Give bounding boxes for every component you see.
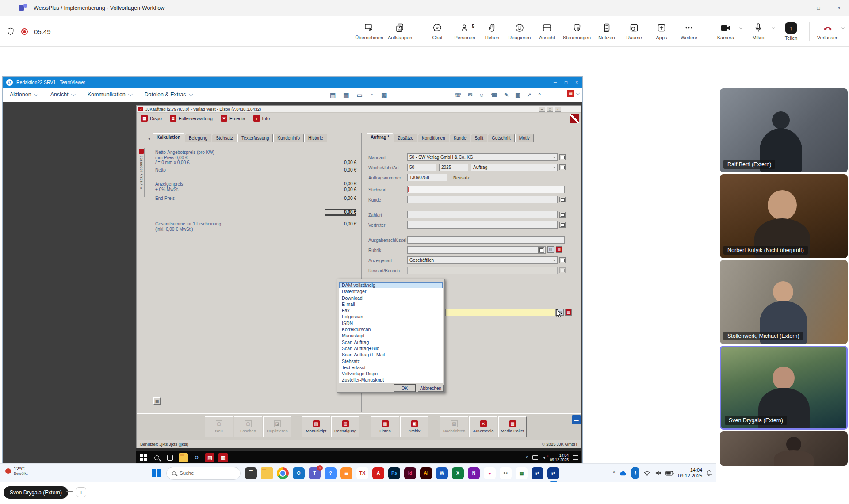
anzeigenart-field[interactable]: Geschäftlich× <box>407 256 558 264</box>
zoom-out-button[interactable] <box>66 491 73 492</box>
scale-icon[interactable]: ↗ <box>527 92 532 98</box>
start-icon[interactable] <box>139 453 148 462</box>
file-explorer-icon[interactable] <box>261 467 273 479</box>
chat-icon[interactable]: ✉ <box>468 92 472 98</box>
word-icon[interactable]: W <box>436 467 448 479</box>
action-listen[interactable]: ▦Listen <box>371 416 399 437</box>
paint-icon[interactable]: ◒ <box>484 467 496 479</box>
search-input[interactable]: Suche <box>166 467 241 480</box>
dropdown-option[interactable]: Korrekturscan <box>339 326 443 332</box>
menu-kommunikation[interactable]: Kommunikation <box>88 92 131 98</box>
art-clear-icon[interactable]: × <box>553 165 555 170</box>
participant-tile[interactable]: Norbert Kutyik (Nicht überprüft) <box>720 174 848 258</box>
participant-tile[interactable]: Ralf Berti (Extern) <box>720 88 848 172</box>
ansicht-button[interactable]: Ansicht <box>534 17 560 46</box>
task-view-icon[interactable] <box>165 453 175 462</box>
connection-quality-icon[interactable]: ◔ <box>370 92 374 99</box>
menu-aktionen[interactable]: Aktionen <box>10 92 37 98</box>
menu-ansicht[interactable]: Ansicht <box>50 92 74 98</box>
participant-tile-active-speaker[interactable]: Sven Drygala (Extern) <box>720 346 848 430</box>
tab-emedia[interactable]: ✕Emedia <box>221 115 245 122</box>
tab-auftrag[interactable]: Auftrag * <box>367 133 393 142</box>
excel-icon[interactable]: X <box>452 467 464 479</box>
tab-konditionen[interactable]: Konditionen <box>418 134 449 142</box>
remote-display-icon[interactable] <box>532 455 538 460</box>
kunde-picker-icon[interactable] <box>559 197 566 202</box>
rubrik-media-button[interactable]: ▦ <box>556 246 562 253</box>
tab-motiv[interactable]: Motiv <box>515 134 534 142</box>
vertreter-picker-icon[interactable] <box>559 222 566 228</box>
cancel-button[interactable]: Abbrechen <box>418 385 444 392</box>
teams-icon[interactable]: T1 <box>309 467 321 479</box>
app-titlebar[interactable]: J JJKauftrag (2.7978.3.0) - Verlag West … <box>137 106 581 113</box>
minimize-button[interactable]: — <box>788 0 808 16</box>
reagieren-button[interactable]: Reagieren <box>506 17 533 46</box>
dropdown-option[interactable]: Scan-Auftrag <box>339 339 443 345</box>
remote-muted-speaker-icon[interactable]: ◄× <box>542 455 546 460</box>
art-picker-icon[interactable] <box>559 164 566 170</box>
mandant-clear-icon[interactable]: × <box>553 155 555 160</box>
action-archiv[interactable]: ▣Archiv <box>400 416 428 437</box>
woche-field[interactable]: 50 <box>407 164 436 171</box>
kunde-field[interactable] <box>407 196 558 203</box>
call-icon[interactable]: ☎ <box>491 92 497 98</box>
tv-maximize-button[interactable]: □ <box>565 80 567 85</box>
dropdown-option[interactable]: Download <box>339 295 443 301</box>
close-button[interactable]: × <box>829 0 849 16</box>
chrome-icon[interactable] <box>277 467 289 479</box>
mandant-field[interactable]: 50 - SW Verlag GmbH & Co. KG× <box>407 153 558 161</box>
dropdown-option[interactable]: Scan-Auftrag+Bild <box>339 345 443 351</box>
dropdown-option[interactable]: DAM vollständig <box>339 282 443 288</box>
raeume-button[interactable]: Räume <box>621 17 647 46</box>
tv-minimize-button[interactable]: ─ <box>554 80 557 85</box>
tab-split[interactable]: Split <box>471 134 487 142</box>
chat-button[interactable]: Chat <box>424 17 451 46</box>
remote-tray-chevron-icon[interactable]: ^ <box>526 455 528 460</box>
tab-gutschrift[interactable]: Gutschrift <box>488 134 515 142</box>
host-clock[interactable]: 14:04 09.12.2025 <box>678 467 702 479</box>
panel-mini-button[interactable]: ▦ <box>153 397 161 405</box>
steuerungen-button[interactable]: Steuerungen <box>561 17 593 46</box>
feedback-icon[interactable]: ☺ <box>479 92 484 98</box>
fullscreen-icon[interactable]: ▣ <box>515 92 520 98</box>
teamviewer-icon[interactable]: ⇄ <box>532 467 543 479</box>
order-tab-close-icon[interactable]: × <box>140 186 142 190</box>
auftragsnummer-field[interactable]: 13090758 <box>407 174 447 181</box>
app-maximize-button[interactable]: □ <box>547 107 553 112</box>
wifi-icon[interactable] <box>643 470 651 476</box>
action-bestätigung[interactable]: ▥Bestätigung <box>331 416 359 437</box>
mikro-options-chevron-icon[interactable] <box>771 26 776 31</box>
photoshop-icon[interactable]: Ps <box>388 467 400 479</box>
remote-apps-icon[interactable]: ▩ <box>381 92 387 99</box>
action-manuskript[interactable]: ▤Manuskript <box>302 416 330 437</box>
dropdown-option[interactable]: Stehsatz <box>339 358 443 364</box>
kamera-button[interactable]: Kamera <box>712 17 739 46</box>
teamviewer-titlebar[interactable]: ⇄ Redaktion22 SRV1 - TeamViewer ─ □ × <box>3 77 582 88</box>
notification-bell-icon[interactable] <box>706 470 712 477</box>
vertreter-field[interactable] <box>407 221 558 229</box>
collapse-icon[interactable]: ^ <box>538 92 541 98</box>
personen-button[interactable]: 5 Personen <box>451 17 478 46</box>
annotate-icon[interactable]: ✎ <box>504 92 509 98</box>
dropdown-option[interactable]: Vollvorlage Dispo <box>339 370 443 377</box>
ausgabenschluessel-field[interactable] <box>407 236 565 244</box>
teamviewer-icon[interactable]: ⇄ <box>547 467 559 479</box>
aufklappen-button[interactable]: Aufklappen <box>386 17 414 46</box>
kamera-options-chevron-icon[interactable] <box>738 26 743 31</box>
mandant-picker-icon[interactable] <box>559 154 566 160</box>
weather-widget[interactable]: 12°C Bewölkt <box>5 466 28 476</box>
tv-extras-button[interactable]: ▦ <box>567 90 579 97</box>
speaker-icon[interactable] <box>655 470 662 476</box>
zahlart-picker-icon[interactable] <box>559 212 566 218</box>
art-field[interactable]: Auftrag× <box>471 164 558 171</box>
start-button[interactable] <box>150 467 162 479</box>
ok-button[interactable]: OK <box>394 385 415 392</box>
rubrik-field[interactable] <box>407 246 546 254</box>
weitere-button[interactable]: Weitere <box>676 17 702 46</box>
tab-historie[interactable]: Historie <box>304 134 327 142</box>
remote-notifications-icon[interactable] <box>573 455 578 460</box>
apps-button[interactable]: Apps <box>648 17 675 46</box>
tab-info[interactable]: iInfo <box>253 115 270 122</box>
anzeigenart-picker-icon[interactable] <box>559 257 566 263</box>
rubrik-list-button[interactable]: ▤ <box>547 246 554 253</box>
